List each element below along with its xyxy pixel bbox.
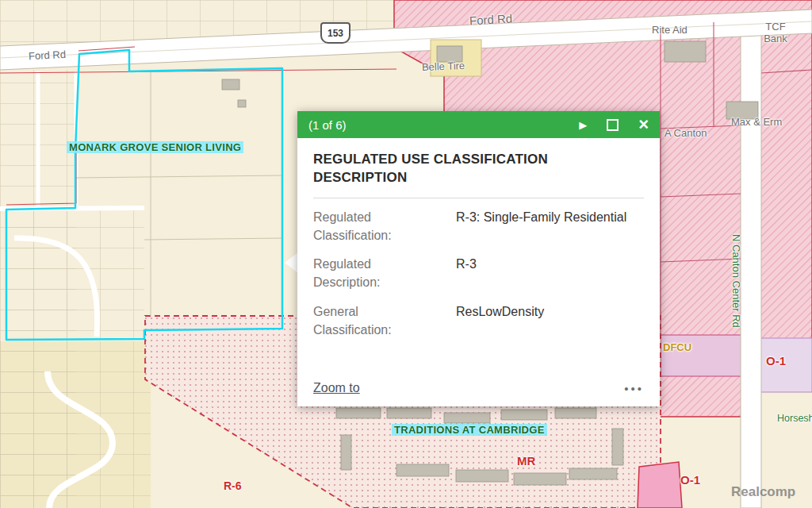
popup-fields: Regulated Classification: R-3: Single-Fa… [313,208,644,349]
monark-grove-label: MONARK GROVE SENIOR LIVING [67,141,243,153]
field-row: General Classification: ResLowDensity [313,302,644,339]
pink-parcel [638,462,682,508]
popup-footer: Zoom to ••• [313,381,644,395]
close-icon[interactable]: × [638,116,649,133]
n-canton-center-rd-label: N Canton Center Rd [730,234,742,328]
field-row: Regulated Classification: R-3: Single-Fa… [313,208,644,244]
popup-header: (1 of 6) ▶ × [297,111,660,138]
next-feature-icon[interactable]: ▶ [579,120,587,130]
field-value: R-3: Single-Family Residential [432,208,644,244]
a-canton-label: A Canton [665,127,707,139]
o1-zone-label-bottom: O-1 [680,473,700,487]
ford-rd-label-left: Ford Rd [29,48,67,62]
realcomp-watermark: Realcomp [731,484,795,500]
horseshoe-label: Horsesh [777,413,812,424]
n-canton-center-road [741,13,761,508]
field-value: ResLowDensity [432,302,644,339]
tcf-bank-label: TCF Bank [755,21,796,44]
popup-pointer [285,252,298,273]
popup-pager: (1 of 6) [308,118,347,132]
field-value: R-3 [432,255,644,291]
more-options-button[interactable]: ••• [624,382,644,395]
o1-zone-label-right: O-1 [766,354,786,368]
rite-aid-label: Rite Aid [652,24,688,36]
mr-zone-label: MR [517,454,535,468]
ford-rd-label-right: Ford Rd [469,12,513,28]
popup-body: REGULATED USE CLASSIFICATION DESCRIPTION… [297,138,660,406]
r6-zone-label: R-6 [224,479,242,492]
max-erm-label: Max & Erm [731,116,782,128]
popup-divider [313,198,644,198]
traditions-label: TRADITIONS AT CAMBRIDGE [392,424,547,436]
field-label: Regulated Classification: [313,208,432,244]
dfcu-label: DFCU [663,341,691,353]
map-canvas[interactable]: Ford Rd 153 Ford Rd Belle Tire Rite Aid … [0,0,812,508]
field-label: Regulated Description: [313,255,432,291]
maximize-icon[interactable] [607,119,619,131]
route-153-shield: 153 [320,22,350,44]
field-row: Regulated Description: R-3 [313,255,644,291]
feature-popup: (1 of 6) ▶ × REGULATED USE CLASSIFICATIO… [297,111,660,406]
field-label: General Classification: [313,302,432,339]
belle-tire-label: Belle Tire [422,60,465,73]
zoom-to-link[interactable]: Zoom to [313,381,360,395]
popup-title: REGULATED USE CLASSIFICATION DESCRIPTION [313,151,644,187]
